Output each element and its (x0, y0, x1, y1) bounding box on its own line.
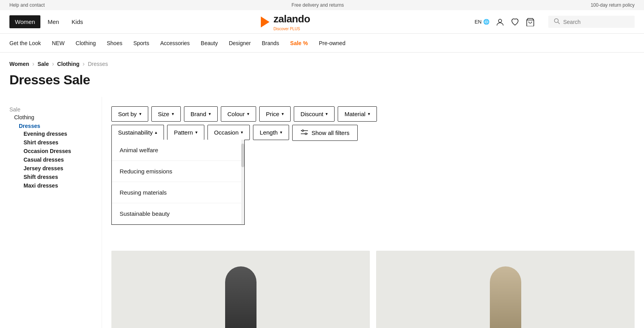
filter-brand[interactable]: Brand ▾ (184, 106, 218, 122)
sidebar-item-maxi[interactable]: Maxi dresses (9, 182, 92, 189)
chevron-down-icon: ▾ (368, 111, 370, 117)
logo-triangle-icon (261, 16, 269, 27)
cat-brands[interactable]: Brands (262, 38, 279, 48)
cat-get-the-look[interactable]: Get the Look (9, 38, 41, 48)
sidebar-item-jersey[interactable]: Jersey dresses (9, 165, 92, 171)
nav-tab-men[interactable]: Men (42, 15, 64, 28)
cat-sale[interactable]: Sale % (290, 38, 308, 48)
chevron-down-icon: ▾ (172, 111, 174, 117)
chevron-down-icon: ▾ (195, 130, 198, 135)
sidebar-dresses-active[interactable]: Dresses (9, 123, 92, 129)
breadcrumb-women[interactable]: Women (9, 61, 29, 67)
filter-icon (300, 129, 308, 137)
cat-sports[interactable]: Sports (133, 38, 149, 48)
filter-occasion[interactable]: Occasion ▾ (207, 125, 250, 140)
svg-point-0 (498, 19, 502, 22)
sidebar-item-evening[interactable]: Evening dresses (9, 131, 92, 137)
scrollbar-thumb (241, 144, 244, 167)
breadcrumb-sep-2: › (52, 60, 54, 67)
category-bar: Get the Look NEW Clothing Shoes Sports A… (0, 34, 644, 53)
filter-length[interactable]: Length ▾ (253, 125, 289, 140)
chevron-down-icon: ▾ (209, 111, 211, 117)
return-policy: 100-day return policy (591, 2, 635, 8)
chevron-down-icon: ▾ (247, 111, 249, 117)
nav-bar: Women Men Kids zalando Discover PLUS EN … (0, 10, 644, 34)
chevron-down-icon: ▾ (241, 130, 243, 135)
product-image-2 (376, 251, 635, 328)
logo-text[interactable]: zalando (273, 13, 310, 25)
breadcrumb-current: Dresses (88, 61, 108, 67)
sidebar-item-shift[interactable]: Shift dresses (9, 174, 92, 180)
filter-size[interactable]: Size ▾ (151, 106, 181, 122)
wishlist-icon[interactable] (511, 18, 519, 26)
main-container: Sale Clothing Dresses Evening dresses Sh… (0, 97, 644, 328)
dropdown-item-animal[interactable]: Animal welfare (112, 140, 244, 161)
top-bar: Help and contact Free delivery and retur… (0, 0, 644, 10)
nav-right: EN 🌐 (475, 16, 635, 28)
sidebar: Sale Clothing Dresses Evening dresses Sh… (0, 97, 102, 328)
logo-area: zalando Discover PLUS (96, 13, 475, 31)
help-contact[interactable]: Help and contact (9, 2, 45, 8)
page-title: Dresses Sale (0, 67, 644, 97)
delivery-info: Free delivery and returns (291, 2, 344, 8)
filter-row-1: Sort by ▾ Size ▾ Brand ▾ Colour ▾ Price … (111, 106, 635, 122)
chevron-down-icon: ▾ (139, 111, 142, 117)
dropdown-item-sustainable[interactable]: Sustainable beauty (112, 203, 244, 224)
filter-sort-by[interactable]: Sort by ▾ (111, 106, 148, 122)
search-input[interactable] (563, 19, 629, 25)
logo-sub: Discover PLUS (273, 27, 310, 31)
cart-icon[interactable] (526, 18, 534, 26)
cat-shoes[interactable]: Shoes (107, 38, 122, 48)
nav-tab-kids[interactable]: Kids (66, 15, 89, 28)
account-icon[interactable] (496, 18, 504, 26)
filter-sustainability[interactable]: Sustainability ▴ (111, 125, 164, 140)
language-button[interactable]: EN 🌐 (475, 19, 489, 25)
filter-discount[interactable]: Discount ▾ (294, 106, 335, 122)
search-box[interactable] (548, 16, 635, 28)
chevron-down-icon: ▾ (280, 130, 282, 135)
nav-tabs: Women Men Kids (9, 15, 89, 28)
breadcrumb-sale[interactable]: Sale (38, 61, 49, 67)
globe-icon: 🌐 (483, 19, 489, 25)
sustainability-dropdown: Animal welfare Reducing emissions Reusin… (111, 140, 245, 225)
sustainability-wrapper: Sustainability ▴ Animal welfare Reducing… (111, 125, 164, 140)
sidebar-item-shirt[interactable]: Shirt dresses (9, 139, 92, 146)
svg-point-7 (305, 133, 307, 135)
chevron-down-icon: ▾ (282, 111, 284, 117)
product-area: ⓘ Sponsored ⓘ Sponsored (111, 251, 635, 328)
filter-material[interactable]: Material ▾ (338, 106, 377, 122)
product-card-2: ⓘ Sponsored (376, 251, 635, 328)
sidebar-sale-title: Sale (9, 106, 92, 113)
content-area: Sort by ▾ Size ▾ Brand ▾ Colour ▾ Price … (102, 97, 644, 328)
dropdown-item-reusing[interactable]: Reusing materials (112, 182, 244, 203)
sidebar-clothing-title[interactable]: Clothing (9, 114, 92, 120)
filter-row-2: Sustainability ▴ Animal welfare Reducing… (111, 125, 635, 141)
cat-designer[interactable]: Designer (229, 38, 251, 48)
search-icon (554, 18, 560, 26)
show-all-filters-button[interactable]: Show all filters (292, 125, 358, 141)
cat-beauty[interactable]: Beauty (201, 38, 218, 48)
product-card-1: ⓘ Sponsored (111, 251, 370, 328)
breadcrumb-sep-3: › (83, 60, 85, 67)
nav-tab-women[interactable]: Women (9, 15, 40, 28)
filter-price[interactable]: Price ▾ (259, 106, 291, 122)
sidebar-section-sale: Sale Clothing Dresses Evening dresses Sh… (9, 106, 92, 189)
sidebar-item-casual[interactable]: Casual dresses (9, 157, 92, 163)
svg-point-6 (302, 130, 304, 131)
sidebar-item-occasion[interactable]: Occasion Dresses (9, 148, 92, 154)
filter-colour[interactable]: Colour ▾ (221, 106, 256, 122)
cat-accessories[interactable]: Accessories (160, 38, 189, 48)
cat-preowned[interactable]: Pre-owned (319, 38, 346, 48)
svg-line-3 (558, 22, 560, 24)
svg-point-2 (555, 19, 558, 23)
breadcrumb: Women › Sale › Clothing › Dresses (0, 53, 644, 67)
breadcrumb-clothing[interactable]: Clothing (57, 61, 80, 67)
filter-pattern[interactable]: Pattern ▾ (167, 125, 204, 140)
cat-new[interactable]: NEW (52, 38, 65, 48)
chevron-up-icon: ▴ (155, 130, 157, 135)
cat-clothing[interactable]: Clothing (76, 38, 96, 48)
scrollbar[interactable] (241, 140, 244, 224)
chevron-down-icon: ▾ (326, 111, 328, 117)
dropdown-item-reducing[interactable]: Reducing emissions (112, 161, 244, 182)
product-image-1 (111, 251, 370, 328)
